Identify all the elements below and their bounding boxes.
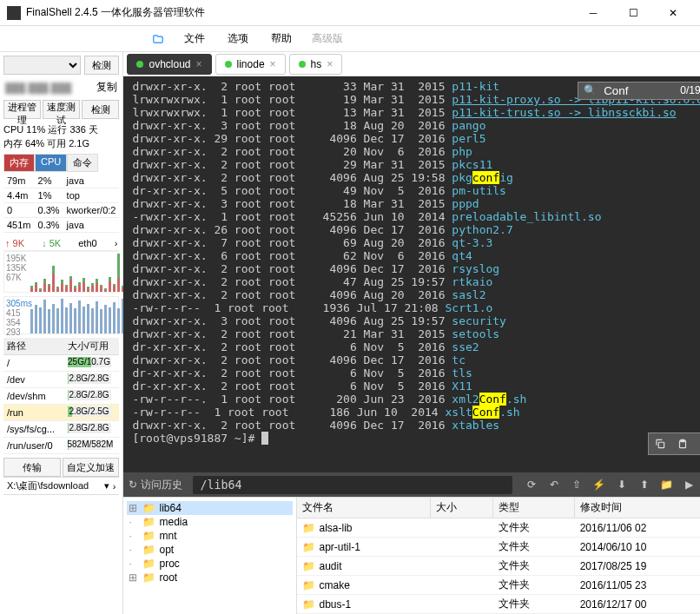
close-button[interactable]: ✕	[653, 0, 693, 26]
tree-node[interactable]: ·📁proc	[127, 557, 293, 571]
copy-button[interactable]: 复制	[96, 80, 117, 95]
file-row[interactable]: 📁apr-util-1文件夹2014/06/10 10	[297, 538, 700, 557]
terminal-line: drwxr-xr-x. 2 root root 4096 Dec 17 2016…	[132, 353, 700, 366]
menu-advanced[interactable]: 高级版	[312, 31, 343, 46]
tree-node[interactable]: ⊞📁lib64	[127, 501, 293, 515]
net-chart: 195K135K67K	[3, 251, 119, 293]
tree-node[interactable]: ⊞📁root	[127, 571, 293, 584]
folder-icon: 📁	[142, 530, 155, 542]
latency-chart: 305ms415354293	[3, 296, 119, 334]
session-tab[interactable]: linode×	[215, 54, 286, 75]
close-tab-icon[interactable]: ×	[270, 58, 276, 70]
mem-stat: 内存 64% 可用 2.1G	[3, 136, 119, 150]
history-button[interactable]: ↻ 访问历史	[129, 478, 182, 492]
find-input[interactable]	[604, 84, 673, 97]
chevron-down-icon[interactable]: ▾	[104, 480, 109, 492]
remote-path-input[interactable]	[193, 476, 512, 494]
download-icon[interactable]: ⬇	[613, 476, 631, 493]
new-folder-icon[interactable]: 📁	[658, 476, 676, 493]
col-name[interactable]: 文件名	[297, 498, 430, 518]
tree-node[interactable]: ·📁mnt	[127, 529, 293, 543]
folder-icon: 📁	[142, 516, 155, 528]
detect-button[interactable]: 检测	[84, 56, 119, 75]
tab-cpu[interactable]: CPU	[35, 154, 67, 172]
tab-cmd[interactable]: 命令	[67, 154, 98, 172]
terminal-line: drwxr-xr-x. 2 root root 47 Aug 25 19:57 …	[132, 275, 700, 288]
disk-row[interactable]: /dev/shm2.8G/2.8G	[3, 388, 119, 405]
custom-accel-button[interactable]: 自定义加速	[63, 458, 120, 477]
server-select[interactable]	[3, 56, 81, 75]
terminal-line: lrwxrwxrwx. 1 root root 13 Mar 31 2015 p…	[132, 106, 700, 119]
transfer-button[interactable]: 传输	[3, 458, 61, 477]
paste-icon[interactable]	[673, 435, 692, 452]
menu-options[interactable]: 选项	[218, 27, 258, 50]
file-row[interactable]: 📁cmake文件夹2016/11/05 23	[297, 576, 700, 595]
file-row[interactable]: 📁alsa-lib文件夹2016/11/06 02	[297, 518, 700, 538]
disk-row[interactable]: /run/user/0582M/582M	[3, 438, 119, 454]
svg-rect-0	[658, 442, 664, 447]
file-row[interactable]: 📁dbus-1文件夹2016/12/17 00	[297, 595, 700, 614]
folder-tree[interactable]: ⊞📁lib64·📁media·📁mnt·📁opt·📁proc⊞📁root	[123, 498, 297, 614]
folder-icon[interactable]	[152, 32, 164, 45]
terminal[interactable]: 🔍 0/19 ‹ drwxr-xr-x. 2 root root 33 Mar …	[123, 76, 700, 472]
back-icon[interactable]: ↶	[545, 476, 563, 493]
terminal-line: drwxr-xr-x. 2 root root 4096 Aug 25 19:5…	[132, 171, 700, 184]
up-icon[interactable]: ⇧	[568, 476, 585, 493]
chevron-right-icon[interactable]: ›	[113, 481, 116, 492]
terminal-prompt: [root@vps91887 ~]#	[132, 432, 700, 445]
upload-icon[interactable]: ⬆	[636, 476, 653, 493]
file-row[interactable]: 📁audit文件夹2017/08/25 19	[297, 557, 700, 576]
process-row[interactable]: 451m0.3%java	[3, 218, 119, 233]
play-icon[interactable]: ▶	[681, 476, 698, 493]
net-down: ↓ 5K	[42, 238, 61, 248]
col-size[interactable]: 大小	[431, 498, 493, 518]
disk-row[interactable]: /run2.8G/2.5G	[3, 405, 119, 421]
terminal-line: dr-xr-xr-x. 2 root root 6 Nov 5 2016 tls	[132, 366, 700, 380]
tree-node[interactable]: ·📁media	[127, 515, 293, 529]
folder-icon: 📁	[302, 541, 315, 553]
folder-icon: 📁	[142, 502, 155, 514]
proc-mgr-button[interactable]: 进程管理	[3, 100, 41, 119]
server-ip: ███.███.███	[5, 83, 91, 93]
col-type[interactable]: 类型	[493, 498, 575, 518]
terminal-line: drwxr-xr-x. 3 root root 18 Aug 20 2016 p…	[132, 119, 700, 132]
status-dot-icon	[225, 61, 232, 68]
tree-node[interactable]: ·📁opt	[127, 543, 293, 557]
process-row[interactable]: 4.4m1%top	[3, 188, 119, 203]
folder-icon: 📁	[302, 579, 315, 591]
search-icon[interactable]	[696, 435, 700, 452]
maximize-button[interactable]: ☐	[613, 0, 653, 26]
terminal-line: dr-xr-xr-x. 2 root root 6 Nov 5 2016 X11	[132, 380, 700, 393]
tab-mem[interactable]: 内存	[3, 154, 35, 172]
terminal-line: drwxr-xr-x. 6 root root 62 Nov 6 2016 qt…	[132, 249, 700, 262]
detect2-button[interactable]: 检测	[82, 100, 119, 119]
local-path: X:\桌面\fsdownload	[7, 479, 104, 492]
process-row[interactable]: 79m2%java	[3, 174, 119, 188]
disk-row[interactable]: /dev2.8G/2.8G	[3, 372, 119, 388]
speed-test-button[interactable]: 速度测试	[43, 100, 80, 119]
bolt-icon[interactable]: ⚡	[591, 476, 608, 493]
chevron-right-icon[interactable]: ›	[115, 238, 118, 248]
disk-row[interactable]: /sys/fs/cg...2.8G/2.8G	[3, 421, 119, 438]
close-tab-icon[interactable]: ×	[327, 58, 333, 70]
menu-file[interactable]: 文件	[175, 27, 215, 50]
session-tab[interactable]: ovhcloud×	[127, 54, 211, 75]
copy-icon[interactable]	[650, 435, 670, 452]
status-dot-icon	[299, 61, 306, 68]
terminal-line: -rwxr-xr-x. 1 root root 45256 Jun 10 201…	[132, 210, 700, 223]
terminal-line: -rw-r--r--. 1 root root 200 Jun 23 2016 …	[132, 393, 700, 406]
folder-icon: 📁	[142, 558, 155, 570]
terminal-line: drwxr-xr-x. 3 root root 4096 Aug 25 19:5…	[132, 314, 700, 327]
terminal-line: -rw-r--r-- 1 root root 1936 Jul 17 21:08…	[132, 301, 700, 314]
process-row[interactable]: 00.3%kworker/0:2	[3, 203, 119, 218]
close-tab-icon[interactable]: ×	[196, 58, 202, 70]
find-box[interactable]: 🔍 0/19 ‹	[578, 82, 700, 100]
menu-help[interactable]: 帮助	[261, 27, 301, 50]
file-list[interactable]: 文件名 大小 类型 修改时间 📁alsa-lib文件夹2016/11/06 02…	[297, 498, 700, 614]
col-mtime[interactable]: 修改时间	[575, 498, 700, 518]
session-tab[interactable]: hs×	[289, 54, 343, 75]
disk-row[interactable]: /25G/10.7G	[3, 355, 119, 372]
status-dot-icon	[136, 61, 143, 68]
refresh-icon[interactable]: ⟳	[523, 476, 540, 493]
minimize-button[interactable]: ─	[573, 0, 613, 26]
